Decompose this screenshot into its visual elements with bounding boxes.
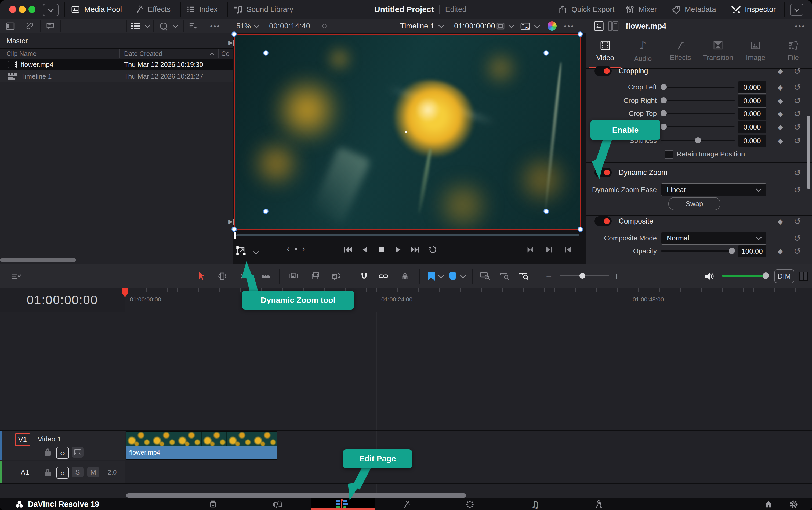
transform-tool-chevron[interactable] [254,247,258,256]
add-marker-button[interactable] [447,271,458,282]
dynamic-trim-mode-tool[interactable] [240,271,250,282]
bin-header[interactable]: Master [0,33,233,49]
inspector-scrollbar[interactable] [807,116,810,189]
viewer-zoom-chevron[interactable] [252,19,261,33]
deliver-page-button[interactable] [593,499,605,510]
timeline-view-options-button[interactable] [11,271,22,282]
cut-page-button[interactable] [272,499,283,510]
media-row-timeline[interactable]: Timeline 1 Thu Mar 12 2026 10:21:27 [0,70,233,82]
audio-monitor-button[interactable] [704,271,715,282]
search-button[interactable] [157,19,170,33]
blade-edit-mode-tool[interactable] [260,271,271,282]
stop-button[interactable] [377,245,386,254]
viewer-zoom-select[interactable]: 51% [234,19,253,33]
dim-audio-button[interactable]: DIM [774,269,794,283]
video-track-header[interactable]: V1 Video 1 ‹› [2,431,125,460]
zoom-window-button[interactable] [28,6,35,13]
custom-zoom-button[interactable] [518,271,529,282]
viewer-playhead[interactable] [234,232,236,239]
reset-icon[interactable]: ↺ [794,96,801,106]
crop-bottom-slider[interactable] [661,126,735,128]
position-lock-toggle[interactable] [399,271,410,282]
crop-right-value[interactable]: 0.000 [738,94,766,107]
keyframe-icon[interactable]: ◆ [778,97,783,105]
mute-button[interactable]: M [87,467,99,478]
fusion-page-button[interactable] [401,499,413,510]
timeline-name-select[interactable]: Timeline 1 [381,19,434,33]
inspector-button[interactable]: Inspector [731,0,776,19]
reset-icon[interactable]: ↺ [794,136,801,146]
keyframe-icon[interactable]: ◆ [778,217,783,226]
loop-playback-button[interactable] [428,245,438,254]
metadata-button[interactable]: Metadata [671,0,716,19]
column-date-created[interactable]: Date Created [124,50,162,57]
keyframe-icon[interactable]: ◆ [778,123,783,132]
solo-button[interactable]: S [72,467,84,478]
softness-value[interactable]: 0.000 [738,135,766,147]
video-track-badge[interactable]: V1 [15,433,30,446]
keyframe-icon[interactable]: ◆ [778,83,783,92]
play-reverse-button[interactable] [360,245,369,254]
auto-select-video-button[interactable]: ‹› [56,447,69,459]
video-frame[interactable] [234,34,580,230]
keyframe-icon[interactable]: ◆ [778,67,783,76]
dynamic-zoom-tool-button[interactable] [235,243,252,258]
timeline-clip-flower[interactable]: flower.mp4 [126,431,277,460]
clip-inspector-mode-button[interactable] [592,19,605,33]
flag-color-chevron[interactable] [437,271,445,282]
volume-handle[interactable] [762,273,769,279]
frame-corner-handle[interactable] [232,31,237,37]
tab-video[interactable]: Video [587,33,624,68]
minimize-window-button[interactable] [19,6,26,13]
reset-section-icon[interactable]: ↺ [794,216,801,227]
list-view-button[interactable] [129,19,142,33]
crop-left-value[interactable]: 0.000 [738,81,766,93]
color-page-button[interactable] [464,499,476,510]
go-to-start-button[interactable] [342,245,353,255]
play-button[interactable] [394,245,403,254]
audio-track-badge[interactable]: A1 [18,467,32,478]
media-row-flower[interactable]: flower.mp4 Thu Mar 12 2026 10:19:30 [0,59,233,70]
search-options-chevron[interactable] [171,19,179,33]
video-track-name[interactable]: Video 1 [38,433,61,445]
clip-color-icon[interactable] [72,447,84,458]
go-to-end-button[interactable] [410,245,421,255]
lock-track-icon[interactable] [44,468,52,477]
column-clip-name[interactable]: Clip Name [6,50,36,57]
corner-handle[interactable] [263,50,269,56]
dual-timeline-view-button[interactable] [798,271,809,282]
previous-keyframe-button[interactable]: ‹ [287,244,290,253]
fairlight-page-button[interactable]: ♫ [529,499,541,510]
mixer-button[interactable]: Mixer [625,0,657,19]
column-comments[interactable]: Co [221,50,230,57]
swap-button[interactable]: Swap [668,197,720,210]
detail-zoom-button[interactable] [499,271,510,282]
next-keyframe-button[interactable]: › [302,244,305,253]
reset-icon[interactable]: ↺ [794,122,801,132]
crop-left-slider[interactable] [661,87,735,88]
view-options-chevron[interactable] [143,19,151,33]
timeline-playhead[interactable] [125,288,125,493]
marker-color-chevron[interactable] [459,271,467,282]
retain-image-position-checkbox[interactable] [665,150,673,159]
edit-page-button[interactable] [336,499,348,510]
sidebar-toggle-button[interactable] [4,19,16,33]
media-pool-horizontal-scrollbar[interactable] [0,258,76,262]
reset-section-icon[interactable]: ↺ [794,168,801,178]
dynamic-zoom-enable-toggle[interactable] [595,168,612,177]
crop-right-slider[interactable] [661,100,735,101]
viewer-options-button[interactable]: ••• [561,19,577,33]
timeline-inspector-mode-button[interactable] [607,19,620,33]
color-grade-bypass-button[interactable] [546,19,559,33]
insert-clip-button[interactable] [288,271,299,282]
tab-effects[interactable]: Effects [662,33,699,68]
replace-clip-button[interactable] [331,271,341,282]
play-from-in-button[interactable] [563,245,572,254]
reset-icon[interactable]: ↺ [794,233,801,244]
cropping-enable-toggle[interactable] [595,66,612,76]
effects-button[interactable]: Effects [134,0,171,19]
tab-image[interactable]: Image [737,33,774,68]
crop-bottom-value[interactable]: 0.000 [738,121,766,133]
timeline-horizontal-scrollbar[interactable] [126,493,466,498]
corner-handle[interactable] [263,208,269,214]
